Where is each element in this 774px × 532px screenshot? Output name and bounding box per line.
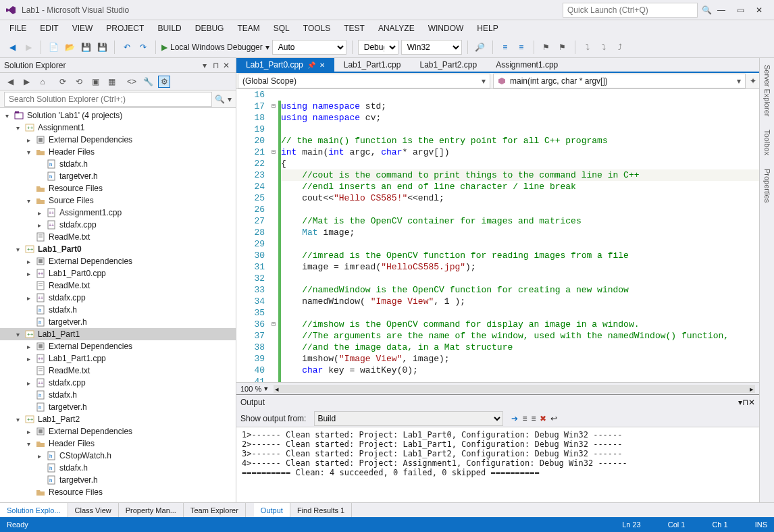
close-icon[interactable]: ✕ <box>319 61 325 69</box>
tree-node[interactable]: ▸++Assignment1.cpp <box>0 207 236 219</box>
tab-lab1-part2[interactable]: Lab1_Part2.cpp <box>410 58 486 72</box>
maximize-button[interactable]: ▭ <box>731 3 750 18</box>
find-icon[interactable]: 🔎 <box>473 41 487 54</box>
tree-node[interactable]: hstdafx.h <box>0 389 236 401</box>
comment-icon[interactable]: ≡ <box>498 41 512 54</box>
tree-node[interactable]: ▸++Lab1_Part0.cpp <box>0 267 236 280</box>
tree-node[interactable]: ▾Header Files <box>0 146 236 158</box>
menu-project[interactable]: PROJECT <box>99 22 151 34</box>
tree-node[interactable]: ▾Solution 'Lab1' (4 projects) <box>0 109 236 122</box>
output-from-combo[interactable]: Build <box>314 411 503 426</box>
new-project-icon[interactable]: 📄 <box>47 41 60 54</box>
platform-combo[interactable]: Win32 <box>401 40 462 55</box>
tree-node[interactable]: ReadMe.txt <box>0 365 236 377</box>
menu-edit[interactable]: EDIT <box>33 22 65 34</box>
dropdown-icon[interactable]: ▾ <box>199 61 210 70</box>
menu-build[interactable]: BUILD <box>151 22 188 34</box>
output-text[interactable]: 1>------ Clean started: Project: Lab1_Pa… <box>236 427 759 502</box>
next-icon[interactable]: ≡ <box>531 414 536 423</box>
tree-node[interactable]: ▾Source Files <box>0 194 236 207</box>
solution-search-input[interactable] <box>4 92 212 107</box>
save-icon[interactable]: 💾 <box>79 41 93 54</box>
back-icon[interactable]: ◀ <box>5 41 19 54</box>
tree-node[interactable]: ▸++stdafx.cpp <box>0 292 236 304</box>
tree-node[interactable]: ▸External Dependencies <box>0 134 236 146</box>
tab-lab1-part1[interactable]: Lab1_Part1.cpp <box>334 58 411 72</box>
tree-node[interactable]: ▸++stdafx.cpp <box>0 377 236 389</box>
tab-lab1-part0[interactable]: Lab1_Part0.cpp 📌 ✕ <box>236 58 334 72</box>
close-pane-icon[interactable]: ✕ <box>748 398 755 407</box>
bottom-tab[interactable]: Output <box>254 503 290 517</box>
tab-assignment1[interactable]: Assignment1.cpp <box>486 58 567 72</box>
pin-icon[interactable]: 📌 <box>307 61 315 69</box>
toolbox-tab[interactable]: Toolbox <box>763 130 771 155</box>
bottom-tab[interactable]: Find Results 1 <box>290 503 352 517</box>
tree-node[interactable]: ReadMe.txt <box>0 280 236 292</box>
quick-launch-input[interactable]: Quick Launch (Ctrl+Q) <box>563 3 698 18</box>
minimize-button[interactable]: — <box>712 3 731 18</box>
tree-node[interactable]: ▸External Dependencies <box>0 340 236 352</box>
pin-icon[interactable]: ⊓ <box>210 61 221 70</box>
code-icon[interactable]: <> <box>126 76 138 88</box>
tree-node[interactable]: hstdafx.h <box>0 462 236 474</box>
tree-node[interactable]: ▸External Dependencies <box>0 255 236 267</box>
tree-node[interactable]: ▸++Lab1_Part1.cpp <box>0 352 236 365</box>
wrench-icon[interactable]: 🔧 <box>142 76 154 88</box>
solution-tree[interactable]: ▾Solution 'Lab1' (4 projects)▾++Assignme… <box>0 108 236 502</box>
split-icon[interactable]: ✦ <box>747 76 759 86</box>
outline-column[interactable]: ⊟⊟⊟ <box>269 89 278 382</box>
bottom-tab[interactable]: Class View <box>68 503 119 517</box>
forward-icon[interactable]: ▶ <box>20 76 32 88</box>
zoom-label[interactable]: 100 % <box>240 385 261 393</box>
menu-sql[interactable]: SQL <box>267 22 296 34</box>
tree-node[interactable]: htargetver.h <box>0 474 236 486</box>
properties-tab[interactable]: Properties <box>763 169 771 203</box>
tree-node[interactable]: Resource Files <box>0 182 236 194</box>
tree-node[interactable]: ▸hCStopWatch.h <box>0 450 236 462</box>
sync-icon[interactable]: ⟳ <box>57 76 69 88</box>
properties-icon[interactable]: ⚙ <box>158 76 170 88</box>
tree-node[interactable]: ▾++Lab1_Part2 <box>0 413 236 425</box>
back-icon[interactable]: ◀ <box>4 76 16 88</box>
wrap-icon[interactable]: ↩ <box>550 414 557 423</box>
member-combo[interactable]: main(int argc, char * argv[]) ▾ <box>493 74 746 88</box>
clear-icon[interactable]: ✖ <box>540 414 546 423</box>
step-over-icon[interactable]: ⤵ <box>581 41 594 54</box>
prev-icon[interactable]: ≡ <box>522 414 527 423</box>
chevron-down-icon[interactable]: ▾ <box>228 95 232 104</box>
menu-analyze[interactable]: ANALYZE <box>371 22 421 34</box>
undo-icon[interactable]: ↶ <box>120 41 134 54</box>
tree-node[interactable]: ▾++Lab1_Part1 <box>0 328 236 340</box>
menu-help[interactable]: HELP <box>470 22 505 34</box>
code-area[interactable]: using namespace std;using namespace cv;/… <box>281 89 759 382</box>
tree-node[interactable]: Resource Files <box>0 486 236 498</box>
start-debug-button[interactable]: ▶ Local Windows Debugger ▾ <box>161 43 269 52</box>
home-icon[interactable]: ⌂ <box>36 76 49 88</box>
goto-icon[interactable]: ➔ <box>511 414 518 423</box>
server-explorer-tab[interactable]: Server Explorer <box>763 65 771 116</box>
redo-icon[interactable]: ↷ <box>136 41 150 54</box>
search-icon[interactable]: 🔍 <box>215 95 225 104</box>
toolset-combo[interactable]: Auto <box>272 40 346 55</box>
tree-node[interactable]: htargetver.h <box>0 401 236 413</box>
menu-view[interactable]: VIEW <box>66 22 100 34</box>
refresh-icon[interactable]: ⟲ <box>73 76 85 88</box>
bookmark-icon[interactable]: ⚑ <box>540 41 553 54</box>
step-into-icon[interactable]: ⤵ <box>597 41 611 54</box>
menu-debug[interactable]: DEBUG <box>188 22 231 34</box>
collapse-icon[interactable]: ▣ <box>89 76 101 88</box>
bottom-tab[interactable]: Property Man... <box>119 503 184 517</box>
tree-node[interactable]: ▸External Dependencies <box>0 425 236 437</box>
save-all-icon[interactable]: 💾 <box>95 41 109 54</box>
menu-team[interactable]: TEAM <box>230 22 266 34</box>
uncomment-icon[interactable]: ≡ <box>515 41 528 54</box>
tree-node[interactable]: ▾++Assignment1 <box>0 122 236 134</box>
tree-node[interactable]: hstdafx.h <box>0 304 236 316</box>
tree-node[interactable]: ▾++Lab1_Part0 <box>0 243 236 255</box>
menu-file[interactable]: FILE <box>3 22 33 34</box>
open-file-icon[interactable]: 📂 <box>63 41 76 54</box>
show-all-icon[interactable]: ▦ <box>105 76 118 88</box>
menu-window[interactable]: WINDOW <box>421 22 471 34</box>
bookmark-next-icon[interactable]: ⚑ <box>556 41 569 54</box>
tree-node[interactable]: htargetver.h <box>0 316 236 328</box>
